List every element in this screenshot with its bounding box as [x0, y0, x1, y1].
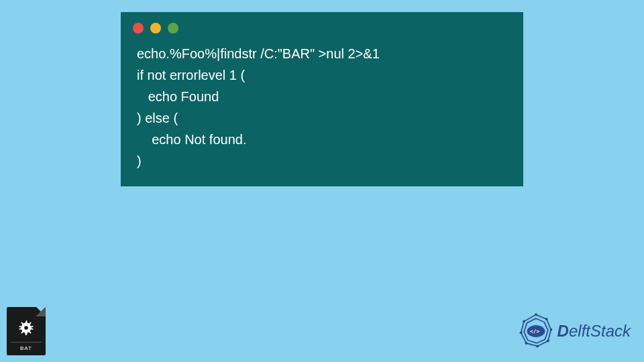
- svg-point-4: [535, 313, 537, 316]
- code-window: echo.%Foo%|findstr /C:"BAR" >nul 2>&1 if…: [121, 12, 523, 186]
- code-line: if not errorlevel 1 (: [137, 68, 245, 82]
- svg-point-8: [536, 345, 539, 347]
- code-line: echo Found: [137, 89, 219, 104]
- svg-point-9: [525, 342, 527, 345]
- svg-point-11: [523, 320, 525, 322]
- delftstack-logo-icon: </>: [517, 312, 555, 350]
- svg-point-1: [24, 326, 28, 330]
- bat-file-label: BAT: [11, 342, 42, 351]
- logo-text-prefix: D: [557, 322, 569, 341]
- svg-point-6: [549, 328, 552, 331]
- svg-point-5: [545, 318, 547, 320]
- svg-point-7: [547, 340, 549, 343]
- bat-file-icon: BAT: [7, 307, 46, 355]
- logo-text-rest: elftStack: [569, 322, 631, 341]
- code-line: echo.%Foo%|findstr /C:"BAR" >nul 2>&1: [137, 46, 380, 61]
- gear-icon: [17, 319, 35, 337]
- code-line: ): [137, 154, 142, 168]
- window-maximize-icon: [168, 23, 178, 34]
- delftstack-logo-text: DelftStack: [557, 322, 631, 341]
- window-close-icon: [133, 23, 144, 34]
- code-block: echo.%Foo%|findstr /C:"BAR" >nul 2>&1 if…: [121, 42, 523, 174]
- svg-point-10: [519, 331, 522, 334]
- window-minimize-icon: [150, 23, 161, 34]
- svg-text:</>: </>: [530, 328, 539, 335]
- code-line: echo Not found.: [137, 132, 246, 147]
- window-traffic-lights: [121, 12, 523, 42]
- delftstack-logo: </> DelftStack: [517, 312, 631, 350]
- code-line: ) else (: [137, 111, 178, 125]
